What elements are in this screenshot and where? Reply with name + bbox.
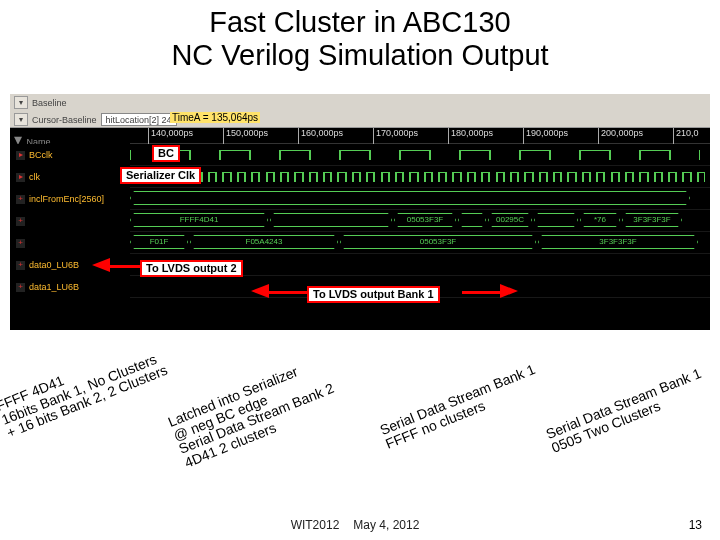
signal-label[interactable]: ▸BCclk	[10, 144, 130, 166]
annot-lvds2: To LVDS output 2	[140, 260, 243, 277]
toolbar-button[interactable]: ▾	[14, 113, 28, 126]
time-marker-label: TimeA = 135,064ps	[170, 112, 260, 123]
ruler-tick: 150,000ps	[223, 128, 268, 144]
toolbar-label: Baseline	[32, 98, 67, 108]
diag-text-block-3: Serial Data Stream Bank 1 FFFF no cluste…	[378, 362, 543, 451]
bc-clock-wave	[130, 148, 710, 160]
annot-serializer: Serializer Clk	[120, 167, 201, 184]
lane-bc-clock	[130, 144, 710, 166]
lane-bus-3: F01FF05A424305053F3F3F3F3F3F	[130, 232, 710, 254]
waveform-toolbar: ▾ Baseline ▾ Cursor-Baseline hitLocation…	[10, 94, 710, 128]
ruler-tick: 210,0	[673, 128, 699, 144]
diag-text-block-4: Serial Data Stream Bank 1 0505 Two Clust…	[544, 366, 709, 455]
diag-text-block-2: Latched into Serializer @ neg BC edge Se…	[166, 354, 342, 471]
arrow-right-icon	[500, 284, 518, 298]
bus-wave: F01FF05A424305053F3F3F3F3F3F	[130, 235, 710, 249]
bus-wave: FFFF4D4105053F3F00295C*763F3F3F3F	[130, 213, 710, 227]
arrow-line	[462, 291, 502, 294]
signal-label[interactable]: +data1_LU6B	[10, 276, 130, 298]
diag-text-block-1: FFFF 4D41 16bits Bank 1, No Clusters + 1…	[0, 336, 170, 441]
bus-wave	[130, 191, 710, 205]
arrow-line	[108, 265, 142, 268]
lane-bus-inclfromenc	[130, 188, 710, 210]
ruler-tick: 160,000ps	[298, 128, 343, 144]
cursor-field[interactable]: hitLocation[2] 24	[101, 113, 177, 126]
ruler-tick: 190,000ps	[523, 128, 568, 144]
toolbar-button[interactable]: ▾	[14, 96, 28, 109]
signal-label[interactable]: +	[10, 232, 130, 254]
ruler-tick: 200,000ps	[598, 128, 643, 144]
ruler-tick: 140,000ps	[148, 128, 193, 144]
serializer-clock-wave	[130, 170, 710, 182]
arrow-left-icon	[251, 284, 269, 298]
waveform-viewer: ▾ Baseline ▾ Cursor-Baseline hitLocation…	[10, 94, 710, 330]
footer-conference: WIT2012	[291, 518, 340, 532]
footer: WIT2012 May 4, 2012	[0, 518, 710, 532]
signal-label[interactable]: +	[10, 210, 130, 232]
arrow-left-icon	[92, 258, 110, 272]
ruler-tick: 180,000ps	[448, 128, 493, 144]
annot-bc: BC	[152, 145, 180, 162]
signal-label[interactable]: ▸clk	[10, 166, 130, 188]
time-ruler[interactable]: 140,000ps 150,000ps 160,000ps 170,000ps …	[130, 128, 710, 144]
signal-label[interactable]: +inclFromEnc[2560]	[10, 188, 130, 210]
signal-name-gutter: ▸BCclk ▸clk +inclFromEnc[2560] + + +data…	[10, 144, 130, 330]
arrow-line	[267, 291, 307, 294]
lane-serializer-clock	[130, 166, 710, 188]
toolbar-label: Cursor-Baseline	[32, 115, 97, 125]
lane-bus-2: FFFF4D4105053F3F00295C*763F3F3F3F	[130, 210, 710, 232]
slide-title: Fast Cluster in ABC130 NC Verilog Simula…	[0, 0, 720, 73]
page-number: 13	[689, 518, 702, 532]
ruler-tick: 170,000ps	[373, 128, 418, 144]
annot-lvds-bank1: To LVDS output Bank 1	[307, 286, 440, 303]
footer-date: May 4, 2012	[353, 518, 419, 532]
